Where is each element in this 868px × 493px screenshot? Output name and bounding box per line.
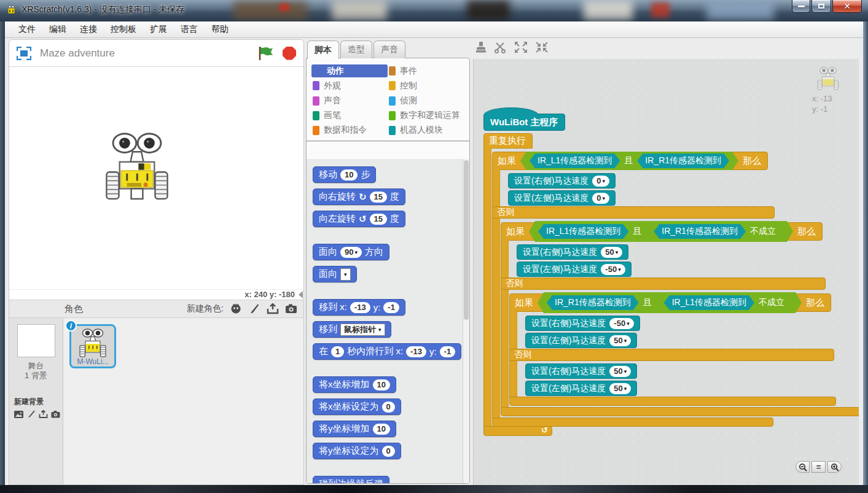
grow-icon[interactable] xyxy=(514,41,528,54)
script-area[interactable]: WuLiBot 主程序 重复执行 ↺ 如果 IR_L1传感器检测到 且 IR_R… xyxy=(473,59,859,485)
paint-new-sprite-icon[interactable] xyxy=(248,303,260,315)
set-left-motor-block[interactable]: 设置(左侧)马达速度 50▾ xyxy=(525,381,637,396)
palette-scrollbar-thumb[interactable] xyxy=(464,160,469,320)
forever-spine[interactable] xyxy=(483,148,491,426)
not-operator[interactable]: IR_L1传感器检测到 不成立 xyxy=(656,294,792,311)
block-dropdown[interactable]: ▾ xyxy=(340,268,351,281)
stop-icon[interactable] xyxy=(283,47,296,60)
menu-language[interactable]: 语言 xyxy=(174,22,204,37)
set-right-motor-block[interactable]: 设置(右侧)马达速度 -50▾ xyxy=(525,316,640,331)
sprite-info-icon[interactable]: i xyxy=(65,320,77,332)
camera-sprite-icon[interactable] xyxy=(285,303,297,315)
stage-view[interactable] xyxy=(9,67,303,289)
forever-bottom[interactable]: ↺ xyxy=(483,426,552,436)
upload-sprite-icon[interactable] xyxy=(267,303,279,315)
category-events[interactable]: 事件 xyxy=(388,64,464,77)
speed-dropdown[interactable]: 50▾ xyxy=(601,247,622,258)
block-bounce[interactable]: 碰到边缘就反弹 xyxy=(313,476,389,484)
if-else-block-2[interactable]: 如果 IR_L1传感器检测到 且 IR_R1传感器检测到 不成立 那么 xyxy=(501,222,823,241)
if-else-block-3[interactable]: 如果 IR_R1传感器检测到 且 IR_L1传感器检测到 不成立 那么 xyxy=(509,293,831,312)
not-operator[interactable]: IR_R1传感器检测到 不成立 xyxy=(646,223,784,240)
set-left-motor-block[interactable]: 设置(左侧)马达速度 0▾ xyxy=(508,190,616,206)
block-point-towards[interactable]: 面向 ▾ xyxy=(313,266,357,282)
menu-board[interactable]: 控制板 xyxy=(104,22,143,37)
set-left-motor-block[interactable]: 设置(左侧)马达速度 50▾ xyxy=(525,333,637,348)
tab-costumes[interactable]: 造型 xyxy=(340,41,372,58)
speed-dropdown[interactable]: 50▾ xyxy=(609,335,631,346)
robot-sprite[interactable] xyxy=(100,131,174,203)
menu-edit[interactable]: 编辑 xyxy=(43,22,72,37)
speed-dropdown[interactable]: -50▾ xyxy=(609,318,633,329)
category-looks[interactable]: 外观 xyxy=(311,79,388,92)
tab-sounds[interactable]: 声音 xyxy=(373,41,405,58)
speed-dropdown[interactable]: 0▾ xyxy=(592,176,609,187)
block-dropdown[interactable]: 90▾ xyxy=(340,247,362,258)
hat-block-main-program[interactable]: WuLiBot 主程序 xyxy=(483,114,565,131)
block-goto-xy[interactable]: 移到 x: -13 y: -1 xyxy=(313,299,405,316)
set-right-motor-block[interactable]: 设置(右侧)马达速度 50▾ xyxy=(517,244,628,260)
sensor-ir-l1[interactable]: IR_L1传感器检测到 xyxy=(530,153,620,168)
if-else-block-1[interactable]: 如果 IR_L1传感器检测到 且 IR_R1传感器检测到 那么 xyxy=(492,152,768,170)
block-input[interactable]: 15 xyxy=(370,192,387,203)
menu-connect[interactable]: 连接 xyxy=(74,22,103,37)
if-bottom-3[interactable] xyxy=(509,397,836,406)
block-input[interactable]: -13 xyxy=(406,346,426,357)
block-set-y[interactable]: 将y坐标设定为 0 xyxy=(313,443,401,459)
minimize-button[interactable] xyxy=(792,0,810,13)
stamp-icon[interactable] xyxy=(474,41,488,54)
if-spine[interactable] xyxy=(501,239,509,407)
forever-block[interactable]: 重复执行 xyxy=(483,133,533,149)
speed-dropdown[interactable]: 50▾ xyxy=(609,366,631,377)
block-input[interactable]: 10 xyxy=(340,169,358,181)
if-bottom-2[interactable] xyxy=(501,407,859,416)
block-input[interactable]: 0 xyxy=(382,446,395,457)
zoom-in-button[interactable] xyxy=(827,461,842,473)
if-bottom-1[interactable] xyxy=(492,417,773,427)
sensor-ir-r1[interactable]: IR_R1传感器检测到 xyxy=(547,295,639,310)
zoom-reset-button[interactable]: = xyxy=(811,461,826,473)
block-turn-right[interactable]: 向右旋转 ↻ 15 度 xyxy=(313,188,405,205)
maximize-button[interactable] xyxy=(811,0,831,13)
new-sprite-library-icon[interactable] xyxy=(230,303,242,315)
block-set-x[interactable]: 将x坐标设定为 0 xyxy=(313,398,401,415)
block-input[interactable]: 0 xyxy=(382,402,395,413)
zoom-out-button[interactable] xyxy=(796,461,810,473)
menu-extensions[interactable]: 扩展 xyxy=(144,22,173,37)
backdrop-library-icon[interactable] xyxy=(14,410,23,419)
block-input[interactable]: -1 xyxy=(383,302,399,313)
set-left-motor-block[interactable]: 设置(左侧)马达速度 -50▾ xyxy=(517,262,631,277)
category-motion[interactable]: 动作 xyxy=(311,64,388,77)
block-move-steps[interactable]: 移动 10 步 xyxy=(313,166,376,183)
collapse-arrow-icon[interactable] xyxy=(299,291,303,298)
speed-dropdown[interactable]: 50▾ xyxy=(609,383,631,394)
category-sound[interactable]: 声音 xyxy=(311,94,388,107)
menu-file[interactable]: 文件 xyxy=(12,22,42,37)
scissors-icon[interactable] xyxy=(494,41,507,54)
sensor-ir-r1[interactable]: IR_R1传感器检测到 xyxy=(637,153,729,168)
category-control[interactable]: 控制 xyxy=(388,79,464,92)
paint-backdrop-icon[interactable] xyxy=(26,410,36,419)
block-change-x[interactable]: 将x坐标增加 10 xyxy=(313,376,396,393)
sensor-ir-r1[interactable]: IR_R1传感器检测到 xyxy=(654,224,746,239)
category-pen[interactable]: 画笔 xyxy=(311,109,388,122)
category-operators[interactable]: 数字和逻辑运算 xyxy=(388,109,464,122)
speed-dropdown[interactable]: 0▾ xyxy=(592,193,609,204)
shrink-icon[interactable] xyxy=(534,41,549,54)
green-flag-icon[interactable] xyxy=(258,46,274,61)
block-dropdown[interactable]: 鼠标指针▾ xyxy=(340,324,385,336)
fullscreen-icon[interactable] xyxy=(17,47,31,60)
block-turn-left[interactable]: 向左旋转 ↺ 15 度 xyxy=(313,211,405,227)
block-input[interactable]: 1 xyxy=(331,346,344,357)
sensor-ir-l1[interactable]: IR_L1传感器检测到 xyxy=(664,295,754,310)
block-point-direction[interactable]: 面向 90▾ 方向 xyxy=(313,244,389,260)
set-right-motor-block[interactable]: 设置(右侧)马达速度 50▾ xyxy=(525,363,637,379)
and-operator[interactable]: IR_L1传感器检测到 且 IR_R1传感器检测到 不成立 xyxy=(529,221,793,242)
camera-backdrop-icon[interactable] xyxy=(51,410,60,419)
block-input[interactable]: -1 xyxy=(440,346,456,357)
close-button[interactable]: ✕ xyxy=(832,0,862,13)
menu-help[interactable]: 帮助 xyxy=(205,22,235,37)
block-glide[interactable]: 在 1 秒内滑行到 x: -13 y: -1 xyxy=(313,343,461,360)
stage-thumbnail[interactable] xyxy=(17,324,55,357)
else-bar-3[interactable]: 否则 xyxy=(509,349,834,361)
and-operator[interactable]: IR_R1传感器检测到 且 IR_L1传感器检测到 不成立 xyxy=(538,292,802,313)
